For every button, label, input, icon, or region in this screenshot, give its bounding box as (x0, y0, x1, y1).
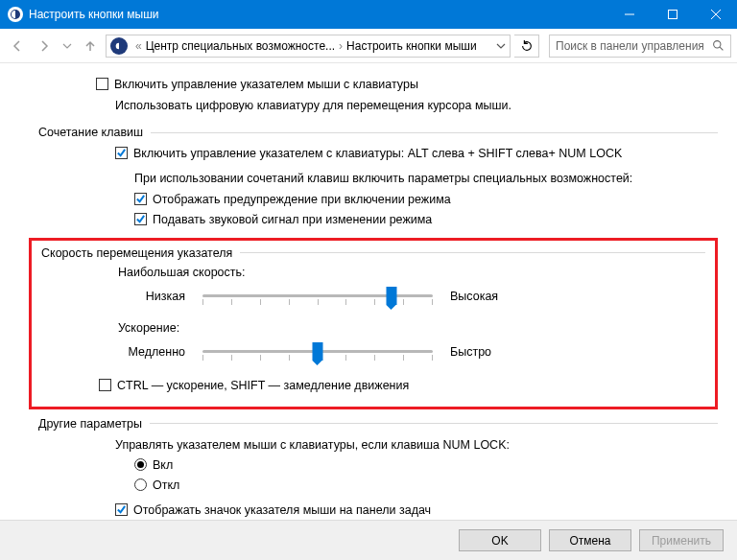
max-speed-slider[interactable] (202, 285, 433, 308)
warning-label: Отображать предупреждение при включении … (153, 191, 451, 208)
accel-slider[interactable] (202, 340, 433, 363)
numlock-off-label: Откл (153, 477, 179, 494)
other-group: Другие параметры Управлять указателем мы… (38, 417, 718, 520)
warning-checkbox[interactable] (134, 193, 147, 205)
breadcrumb-item[interactable]: Настроить кнопки мыши (346, 39, 477, 53)
maximize-button[interactable] (651, 0, 694, 29)
accel-label: Ускорение: (118, 321, 705, 335)
chevron-right-icon: › (335, 39, 346, 53)
control-panel-icon (110, 37, 128, 55)
minimize-button[interactable] (607, 0, 651, 29)
footer-bar: OK Отмена Применить (0, 520, 737, 560)
tray-icon-label: Отображать значок указателя мыши на пане… (133, 502, 431, 519)
window-title: Настроить кнопки мыши (29, 8, 607, 21)
forward-button[interactable] (33, 35, 56, 58)
address-bar[interactable]: « Центр специальных возможносте... › Нас… (106, 35, 511, 58)
slider-high-label: Высокая (450, 290, 517, 303)
speed-group-highlight: Скорость перемещения указателя Наибольша… (29, 238, 718, 409)
other-title: Другие параметры (38, 417, 142, 431)
mouse-keys-description: Использовать цифровую клавиатуру для пер… (115, 97, 718, 114)
slider-fast-label: Быстро (450, 345, 517, 359)
hotkey-enable-label: Включить управление указателем с клавиат… (133, 145, 622, 162)
slider-low-label: Низкая (118, 290, 185, 303)
sound-label: Подавать звуковой сигнал при изменении р… (153, 211, 432, 228)
search-placeholder: Поиск в панели управления (556, 39, 712, 53)
ctrl-shift-checkbox[interactable] (99, 379, 111, 391)
numlock-on-label: Вкл (153, 456, 173, 474)
divider (240, 252, 705, 253)
svg-rect-2 (668, 11, 677, 19)
speed-title: Скорость перемещения указателя (41, 246, 232, 260)
enable-mouse-keys-label: Включить управление указателем мыши с кл… (114, 76, 418, 93)
svg-line-7 (720, 47, 723, 50)
close-button[interactable] (694, 0, 737, 29)
refresh-button[interactable] (514, 35, 539, 58)
ok-button[interactable]: OK (459, 529, 541, 551)
numlock-off-radio[interactable] (134, 478, 147, 491)
recent-dropdown[interactable] (59, 35, 75, 58)
cancel-button[interactable]: Отмена (549, 529, 631, 551)
app-icon (8, 7, 23, 22)
divider (151, 132, 718, 133)
up-button[interactable] (79, 35, 102, 58)
svg-point-6 (714, 41, 721, 48)
hotkey-enable-checkbox[interactable] (115, 147, 128, 159)
back-button[interactable] (6, 35, 29, 58)
window-controls (607, 0, 737, 29)
content-pane: Включить управление указателем мыши с кл… (0, 63, 737, 520)
search-input[interactable]: Поиск в панели управления (549, 35, 731, 58)
breadcrumb-sep-icon: « (131, 39, 146, 53)
ctrl-shift-label: CTRL — ускорение, SHIFT — замедление дви… (117, 377, 409, 394)
nav-bar: « Центр специальных возможносте... › Нас… (0, 29, 737, 63)
numlock-label: Управлять указателем мыши с клавиатуры, … (115, 436, 718, 454)
breadcrumb-item[interactable]: Центр специальных возможносте... (146, 39, 335, 53)
numlock-on-radio[interactable] (134, 458, 147, 471)
address-dropdown[interactable] (492, 41, 510, 51)
hotkeys-group: Сочетание клавиш Включить управление ука… (38, 126, 718, 228)
search-icon (712, 39, 725, 52)
hotkeys-title: Сочетание клавиш (38, 126, 143, 139)
apply-button[interactable]: Применить (639, 529, 724, 551)
divider (150, 423, 718, 424)
max-speed-label: Наибольшая скорость: (118, 266, 705, 279)
slider-slow-label: Медленно (118, 345, 185, 359)
enable-mouse-keys-checkbox[interactable] (96, 78, 108, 90)
tray-icon-checkbox[interactable] (115, 503, 128, 516)
title-bar: Настроить кнопки мыши (0, 0, 737, 29)
hotkey-subdesc: При использовании сочетаний клавиш включ… (134, 170, 718, 187)
sound-checkbox[interactable] (134, 213, 147, 225)
